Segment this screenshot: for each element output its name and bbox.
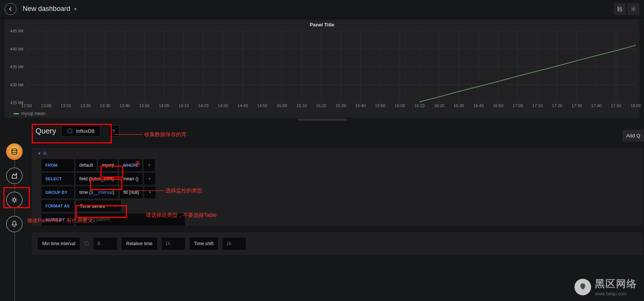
select-aggregation[interactable]: mean () [119, 173, 142, 185]
time-shift-input[interactable] [222, 238, 246, 250]
caret-down-icon: ▼ [73, 7, 77, 11]
database-icon [11, 148, 18, 155]
add-query-button[interactable]: Add Q [622, 130, 644, 141]
format-row: FORMAT AS Time series ▼ [42, 200, 642, 212]
query-help-button[interactable]: ? [108, 125, 119, 137]
watermark-logo-icon [575, 279, 591, 295]
tab-visualization[interactable] [6, 167, 23, 184]
groupby-label: GROUP BY [42, 186, 74, 198]
panel-title[interactable]: Panel Title [5, 20, 639, 30]
gear-icon [630, 6, 636, 12]
panel: Panel Title 425 Mil430 Mil435 Mil440 Mil… [5, 20, 639, 118]
topbar: New dashboard ▼ [0, 0, 644, 18]
from-retention[interactable]: default [76, 159, 97, 171]
save-button[interactable] [614, 3, 626, 15]
alias-input[interactable] [76, 213, 185, 226]
y-axis-labels: 425 Mil430 Mil435 Mil440 Mil445 Mil [5, 31, 26, 103]
groupby-add[interactable]: + [144, 186, 156, 198]
time-shift-label: Time shift [190, 238, 218, 250]
info-icon[interactable]: ⓘ [84, 240, 89, 247]
alias-label: ALIAS BY [42, 213, 74, 226]
watermark-brand: 黑区网络 [595, 277, 637, 290]
select-row: SELECT field (bytes_sent) mean () + [42, 173, 642, 185]
query-tab-label: Query [36, 127, 56, 135]
where-add[interactable]: + [144, 159, 155, 171]
top-actions [614, 3, 639, 15]
relative-time-label: Relative time [122, 238, 157, 250]
from-label: FROM [42, 159, 74, 171]
query-time-options: Min time interval ⓘ Relative time Time s… [32, 232, 642, 255]
min-interval-label: Min time interval [38, 238, 80, 250]
format-select[interactable]: Time series ▼ [76, 200, 122, 212]
panel-editor: Query InfluxDB ? Add Q ▼ A FROM default … [0, 123, 644, 301]
dashboard-title-dropdown[interactable]: New dashboard ▼ [23, 5, 77, 13]
format-value: Time series [80, 203, 105, 209]
chart-plot[interactable] [26, 31, 636, 103]
editor-body: Query InfluxDB ? Add Q ▼ A FROM default … [32, 123, 644, 301]
svg-point-0 [633, 8, 634, 10]
svg-point-38 [12, 149, 17, 151]
chart-icon [11, 172, 18, 180]
settings-button[interactable] [627, 3, 639, 15]
bug-gear-icon [11, 196, 18, 204]
svg-point-39 [13, 199, 16, 201]
format-label: FORMAT AS [42, 200, 74, 212]
influxdb-icon [67, 128, 73, 134]
groupby-time[interactable]: time ($__interval) [76, 186, 118, 198]
min-interval-input[interactable] [94, 238, 117, 250]
relative-time-input[interactable] [162, 238, 185, 250]
groupby-fill[interactable]: fill (null) [120, 186, 143, 198]
watermark: 黑区网络 www.heiqu.com [575, 277, 637, 296]
watermark-site: www.heiqu.com [595, 291, 637, 296]
query-header: Query InfluxDB ? [32, 123, 644, 139]
query-letter: A [43, 151, 46, 156]
select-label: SELECT [42, 173, 74, 185]
tab-alert[interactable] [6, 216, 23, 232]
arrow-left-icon [8, 6, 13, 12]
select-field[interactable]: field (bytes_sent) [76, 173, 117, 185]
query-editor: ▼ A FROM default mysql WHERE + SELECT fi… [32, 148, 642, 226]
from-measurement[interactable]: mysql [98, 159, 117, 171]
query-row-toggle[interactable]: ▼ A [32, 148, 642, 159]
select-add[interactable]: + [144, 173, 155, 185]
save-icon [617, 6, 623, 12]
dashboard-title: New dashboard [23, 5, 70, 13]
datasource-name: InfluxDB [76, 128, 94, 134]
legend-label: mysql.mean [21, 111, 46, 116]
legend-swatch [14, 113, 19, 114]
caret-down-icon: ▼ [114, 204, 117, 208]
alias-row: ALIAS BY [42, 213, 642, 226]
back-button[interactable] [5, 3, 17, 15]
from-row: FROM default mysql WHERE + [42, 159, 642, 171]
groupby-row: GROUP BY time ($__interval) fill (null) … [42, 186, 642, 198]
tab-general[interactable] [6, 192, 23, 208]
panel-resize-handle[interactable] [298, 118, 347, 121]
caret-down-icon: ▼ [38, 152, 41, 155]
bell-icon [11, 220, 18, 228]
editor-side-rail [6, 143, 23, 301]
x-axis-labels: 12:5013:0013:1013:2013:3013:4013:5014:00… [26, 103, 636, 109]
tab-queries[interactable] [6, 143, 23, 160]
datasource-picker[interactable]: InfluxDB [61, 125, 100, 137]
legend[interactable]: mysql.mean [14, 111, 46, 116]
where-keyword[interactable]: WHERE [119, 159, 142, 171]
